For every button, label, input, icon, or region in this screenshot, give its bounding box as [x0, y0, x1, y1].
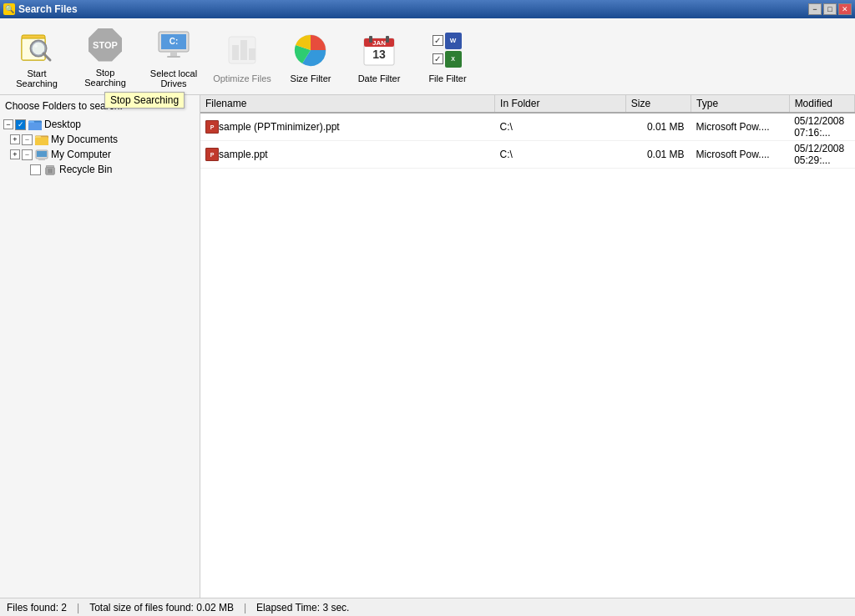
check1 — [433, 35, 443, 46]
table-row[interactable]: Psample (PPTminimizer).pptC:\0.01 MBMicr… — [200, 113, 855, 141]
size-filter-label: Size Filter — [291, 73, 331, 83]
svg-rect-14 — [249, 48, 255, 60]
close-button[interactable]: ✕ — [838, 3, 852, 15]
tree-item-recycle-bin[interactable]: Recycle Bin — [20, 162, 196, 177]
checkbox-my-documents[interactable]: − — [22, 134, 33, 145]
svg-point-5 — [34, 44, 38, 48]
select-local-drives-button[interactable]: C: Select local Drives — [140, 21, 207, 92]
doc-icon: W — [445, 33, 462, 49]
stop-searching-button[interactable]: STOP Stop Searching — [72, 21, 139, 92]
maximize-button[interactable]: □ — [823, 3, 837, 15]
status-sep2: | — [244, 602, 246, 613]
expand-my-computer[interactable]: + — [10, 149, 20, 159]
tree-item-my-documents[interactable]: + − My Documents — [10, 132, 196, 147]
cell-size-0: 0.01 MB — [625, 113, 691, 141]
ppt-icon: P — [205, 120, 219, 134]
cell-size-1: 0.01 MB — [625, 141, 691, 169]
col-header-size[interactable]: Size — [625, 95, 691, 113]
folder-icon-recycle-bin — [43, 164, 57, 175]
label-desktop: Desktop — [44, 119, 81, 130]
col-header-modified[interactable]: Modified — [789, 95, 854, 113]
col-header-filename[interactable]: Filename — [200, 95, 495, 113]
optimize-files-button[interactable]: Optimize Files — [209, 21, 276, 92]
filter-checkboxes: W X — [433, 33, 462, 68]
tree-item-my-computer[interactable]: + − My Computer — [10, 147, 196, 162]
cell-modified-1: 05/12/2008 05:29:... — [789, 141, 854, 169]
expand-my-documents[interactable]: + — [10, 134, 20, 144]
svg-rect-34 — [47, 166, 54, 168]
computer-icon: C: — [154, 25, 194, 65]
svg-rect-20 — [369, 36, 372, 43]
cell-type-0: Microsoft Pow.... — [691, 113, 790, 141]
status-bar: Files found: 2 | Total size of files fou… — [0, 598, 855, 616]
date-filter-label: Date Filter — [358, 73, 401, 83]
xls-icon: X — [445, 51, 462, 68]
cell-type-1: Microsoft Pow.... — [691, 141, 790, 169]
tree-item-desktop[interactable]: − ✓ Desktop — [3, 117, 196, 132]
svg-rect-8 — [170, 52, 177, 56]
svg-rect-24 — [28, 123, 42, 130]
svg-rect-21 — [386, 36, 389, 43]
cell-filename-1: Psample.ppt — [200, 141, 495, 169]
file-filter-label: File Filter — [428, 73, 466, 83]
file-table: Filename In Folder Size Type Modified Ps… — [200, 95, 855, 169]
svg-rect-9 — [167, 56, 180, 58]
optimize-icon — [222, 30, 262, 70]
file-filter-icon: W X — [428, 30, 468, 70]
label-recycle-bin: Recycle Bin — [59, 164, 112, 175]
size-filter-button[interactable]: Size Filter — [277, 21, 344, 92]
filename-text: sample (PPTminimizer).ppt — [219, 121, 340, 133]
cell-filename-0: Psample (PPTminimizer).ppt — [200, 113, 495, 141]
cell-infolder-1: C:\ — [495, 141, 626, 169]
checkbox-my-computer[interactable]: − — [22, 149, 33, 160]
calendar-icon: JAN 13 — [359, 30, 399, 70]
select-local-drives-label: Select local Drives — [144, 68, 203, 88]
folder-icon-my-documents — [35, 134, 48, 145]
expand-desktop[interactable]: − — [3, 119, 13, 129]
status-sep1: | — [77, 602, 79, 613]
date-filter-button[interactable]: JAN 13 Date Filter — [346, 21, 412, 92]
filename-text: sample.ppt — [219, 149, 268, 160]
svg-rect-12 — [232, 45, 239, 60]
window-title: Search Files — [18, 3, 78, 15]
svg-text:JAN: JAN — [372, 39, 386, 47]
right-panel: Filename In Folder Size Type Modified Ps… — [200, 95, 855, 598]
start-searching-label: Start Searching — [8, 68, 66, 88]
svg-rect-27 — [35, 138, 48, 145]
checkbox-desktop[interactable]: ✓ — [15, 119, 26, 130]
files-found: Files found: 2 — [7, 602, 67, 613]
total-size: Total size of files found: 0.02 MB — [89, 602, 234, 613]
col-header-infolder[interactable]: In Folder — [495, 95, 626, 113]
col-header-type[interactable]: Type — [691, 95, 790, 113]
app-icon: 🔍 — [3, 3, 15, 15]
table-header-row: Filename In Folder Size Type Modified — [200, 95, 855, 113]
svg-rect-29 — [37, 151, 47, 157]
svg-rect-13 — [240, 40, 247, 60]
check2 — [433, 53, 443, 64]
toolbar: Start Searching STOP Stop Searching C: S… — [0, 18, 855, 95]
window-controls: − □ ✕ — [808, 3, 852, 15]
optimize-files-label: Optimize Files — [213, 73, 271, 83]
label-my-documents: My Documents — [51, 134, 118, 145]
main-content: Choose Folders to search: − ✓ Desktop + … — [0, 95, 855, 598]
label-my-computer: My Computer — [51, 149, 111, 160]
tooltip: Stop Searching — [104, 92, 185, 109]
svg-text:13: 13 — [372, 48, 386, 61]
cell-infolder-0: C:\ — [495, 113, 626, 141]
left-panel: Choose Folders to search: − ✓ Desktop + … — [0, 95, 200, 598]
stop-icon: STOP — [85, 25, 125, 64]
checkbox-recycle-bin[interactable] — [30, 164, 41, 175]
minimize-button[interactable]: − — [808, 3, 822, 15]
file-table-body: Psample (PPTminimizer).pptC:\0.01 MBMicr… — [200, 113, 855, 169]
cell-modified-0: 05/12/2008 07:16:... — [789, 113, 854, 141]
folder-icon-my-computer — [35, 149, 48, 160]
title-bar: 🔍 Search Files − □ ✕ — [0, 0, 855, 18]
file-filter-button[interactable]: W X File Filter — [414, 21, 481, 92]
elapsed-time: Elapsed Time: 3 sec. — [256, 602, 349, 613]
table-row[interactable]: Psample.pptC:\0.01 MBMicrosoft Pow....05… — [200, 141, 855, 169]
start-searching-button[interactable]: Start Searching — [3, 21, 70, 92]
svg-text:C:: C: — [169, 37, 179, 46]
title-bar-left: 🔍 Search Files — [3, 3, 78, 15]
svg-rect-31 — [38, 159, 45, 160]
pie-chart-icon — [291, 30, 331, 70]
